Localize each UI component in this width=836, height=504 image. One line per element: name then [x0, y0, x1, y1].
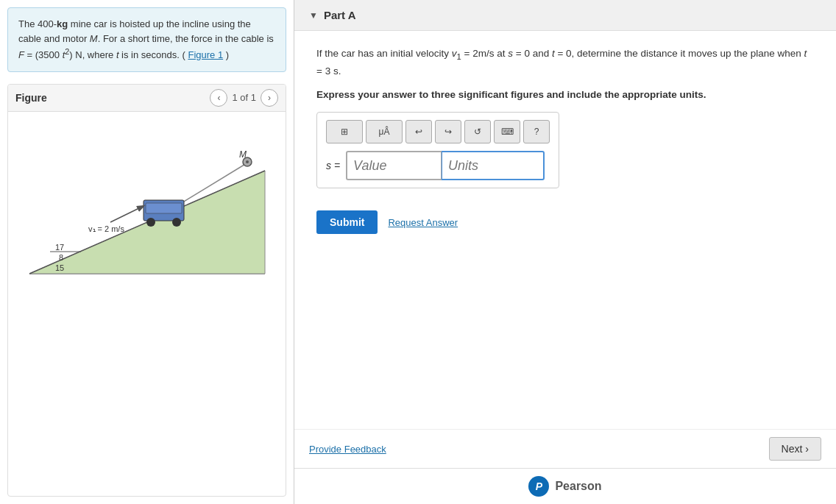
keyboard-icon: ⌨ — [501, 127, 514, 137]
svg-text:M: M — [239, 149, 247, 160]
express-instruction: Express your answer to three significant… — [316, 89, 814, 100]
part-content: If the car has an initial velocity v1 = … — [294, 31, 836, 429]
figure-page: 1 of 1 — [232, 92, 256, 103]
collapse-arrow-icon[interactable]: ▼ — [309, 10, 318, 21]
help-button[interactable]: ? — [523, 120, 550, 143]
keyboard-button[interactable]: ⌨ — [494, 120, 520, 143]
mu-icon: μÂ — [379, 127, 390, 137]
svg-point-12 — [146, 218, 155, 227]
problem-info-box: The 400-kg mine car is hoisted up the in… — [7, 7, 286, 72]
pearson-icon: P — [528, 476, 549, 497]
matrix-icon-button[interactable]: ⊞ — [326, 120, 363, 143]
action-buttons-row: Submit Request Answer — [316, 210, 814, 234]
figure-nav: ‹ 1 of 1 › — [210, 89, 278, 107]
redo-icon: ↪ — [444, 127, 452, 137]
units-input[interactable] — [442, 151, 545, 180]
s-label: s = — [326, 160, 340, 171]
bottom-bar: P Pearson — [294, 468, 836, 504]
svg-point-13 — [172, 218, 181, 227]
svg-text:17: 17 — [55, 243, 64, 252]
redo-button[interactable]: ↪ — [435, 120, 461, 143]
figure-header: Figure ‹ 1 of 1 › — [8, 85, 286, 112]
next-label: Next — [782, 443, 803, 455]
incline-diagram: 17 8 15 M — [15, 127, 280, 288]
left-panel: The 400-kg mine car is hoisted up the in… — [0, 0, 294, 504]
next-chevron-icon: › — [805, 443, 809, 455]
toolbar: ⊞ μÂ ↩ ↪ ↺ ⌨ — [326, 120, 550, 143]
part-title: Part A — [324, 9, 356, 21]
pearson-name: Pearson — [555, 480, 601, 493]
input-row: s = — [326, 151, 550, 180]
svg-point-9 — [246, 160, 249, 163]
svg-text:8: 8 — [59, 253, 63, 262]
provide-feedback-button[interactable]: Provide Feedback — [309, 444, 386, 455]
submit-button[interactable]: Submit — [316, 210, 378, 234]
figure-section: Figure ‹ 1 of 1 › 17 — [7, 84, 286, 497]
pearson-letter: P — [536, 480, 542, 492]
matrix-icon: ⊞ — [341, 127, 348, 137]
value-input[interactable] — [346, 151, 442, 180]
undo-icon: ↩ — [415, 127, 422, 137]
svg-rect-14 — [146, 203, 182, 213]
help-icon: ? — [534, 127, 539, 137]
pearson-logo: P Pearson — [528, 476, 601, 497]
info-close-paren: ) — [226, 49, 229, 60]
svg-text:15: 15 — [55, 263, 64, 272]
answer-input-container: ⊞ μÂ ↩ ↪ ↺ ⌨ — [316, 112, 559, 188]
info-text: The 400-kg mine car is hoisted up the in… — [18, 18, 274, 60]
mu-button[interactable]: μÂ — [366, 120, 403, 143]
figure-link[interactable]: Figure 1 — [188, 49, 223, 60]
right-panel: ▼ Part A If the car has an initial veloc… — [294, 0, 836, 504]
undo-button[interactable]: ↩ — [405, 120, 432, 143]
figure-image: 17 8 15 M — [8, 112, 286, 303]
problem-description: If the car has an initial velocity v1 = … — [316, 46, 814, 79]
request-answer-button[interactable]: Request Answer — [388, 217, 458, 228]
svg-line-15 — [110, 206, 144, 222]
svg-text:v₁ = 2 m/s: v₁ = 2 m/s — [88, 224, 124, 233]
prev-figure-button[interactable]: ‹ — [210, 89, 227, 107]
refresh-icon: ↺ — [474, 127, 481, 137]
feedback-row: Provide Feedback Next › — [294, 429, 836, 468]
part-header: ▼ Part A — [294, 0, 836, 31]
figure-title: Figure — [15, 92, 47, 104]
refresh-button[interactable]: ↺ — [464, 120, 491, 143]
next-figure-button[interactable]: › — [261, 89, 278, 107]
next-button[interactable]: Next › — [769, 437, 821, 461]
